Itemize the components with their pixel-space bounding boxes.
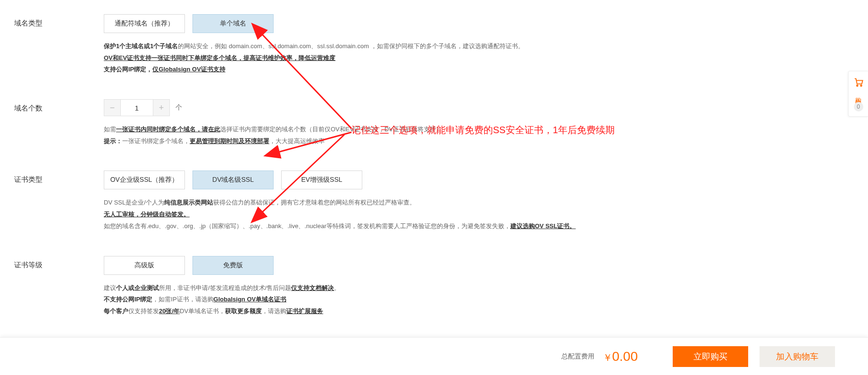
option-wildcard-domain[interactable]: 通配符域名（推荐） xyxy=(104,14,185,33)
option-ov-ssl[interactable]: OV企业级SSL（推荐） xyxy=(104,170,185,189)
domain-count-stepper: − + 个 xyxy=(104,99,708,116)
total-price: ￥0.00 xyxy=(603,349,638,364)
domain-count-input[interactable] xyxy=(121,99,153,116)
option-premium[interactable]: 高级版 xyxy=(104,256,185,275)
domain-count-description: 如需一张证书内同时绑定多个域名，请在此选择证书内需要绑定的域名个数（目前仅OV和… xyxy=(104,124,708,147)
svg-point-4 xyxy=(856,85,858,86)
section-label-domain-count: 域名个数 xyxy=(14,99,104,113)
domain-count-decrement[interactable]: − xyxy=(104,99,121,116)
section-label-cert-level: 证书等级 xyxy=(14,256,104,270)
option-free[interactable]: 免费版 xyxy=(192,256,274,275)
cart-count-badge: 0 xyxy=(854,102,863,111)
add-to-cart-button[interactable]: 加入购物车 xyxy=(760,346,835,367)
footer-bar: 总配置费用 ￥0.00 立即购买 加入购物车 xyxy=(0,337,868,375)
domain-type-description: 保护1个主域名或1个子域名的网站安全，例如 domain.com、ssl.dom… xyxy=(104,41,708,76)
domain-count-unit: 个 xyxy=(175,103,182,112)
option-single-domain[interactable]: 单个域名 xyxy=(192,14,274,33)
option-dv-ssl[interactable]: DV域名级SSL xyxy=(192,170,274,189)
total-label: 总配置费用 xyxy=(561,352,594,361)
domain-count-increment[interactable]: + xyxy=(153,99,170,116)
svg-point-5 xyxy=(860,85,862,86)
cert-level-description: 建议个人或企业测试所用，非证书申请/签发流程造成的技术/售后问题仅支持文档解决。… xyxy=(104,282,708,317)
buy-now-button[interactable]: 立即购买 xyxy=(673,346,748,367)
cert-type-description: DV SSL是企业/个人为纯信息展示类网站获得公信力的基础保证，拥有它才意味着您… xyxy=(104,197,708,232)
option-ev-ssl[interactable]: EV增强级SSL xyxy=(281,170,362,189)
section-label-cert-type: 证书类型 xyxy=(14,170,104,184)
cart-sidebar-label: 购物车 xyxy=(854,93,863,98)
cart-icon xyxy=(853,77,864,89)
cart-sidebar[interactable]: 购物车 0 xyxy=(848,71,868,117)
section-label-domain-type: 域名类型 xyxy=(14,14,104,28)
